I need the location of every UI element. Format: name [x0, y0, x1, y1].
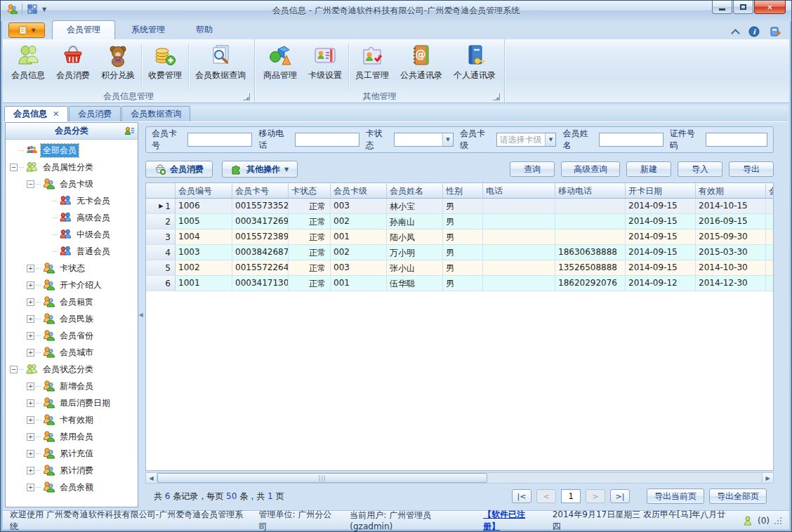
row-indicator-cell[interactable]: 3 [146, 230, 176, 244]
grid-cell[interactable] [766, 199, 774, 213]
grid-cell[interactable]: 2014-09-15 [626, 245, 696, 260]
combo-dropdown-icon[interactable]: ▼ [442, 133, 453, 146]
tree-plus-box[interactable]: + [27, 315, 34, 323]
points-exchange-button[interactable]: 积分兑换 [95, 41, 140, 90]
grid-row[interactable]: 210050003417269正常002孙南山男2014-09-152016-0… [146, 214, 774, 230]
tree-plus-box[interactable]: + [27, 484, 34, 491]
tree-item-6[interactable]: 中级会员 [6, 226, 138, 243]
ribbon-tab-1[interactable]: 会员管理 [52, 20, 115, 39]
grid-cell[interactable]: 2014-12-30 [696, 276, 766, 291]
ribbon-tab-3[interactable]: 帮助 [181, 20, 227, 39]
grid-cell[interactable]: 正常 [289, 260, 331, 275]
grid-cell[interactable]: 2016-09-15 [696, 214, 766, 229]
exit-icon[interactable] [770, 25, 782, 38]
grid-cell[interactable]: 1004 [176, 230, 232, 244]
grid-cell[interactable]: 2014-10-30 [696, 260, 766, 275]
grid-cell[interactable]: 003 [331, 199, 387, 213]
tree-plus-box[interactable]: + [27, 383, 34, 390]
grid-cell[interactable]: 2015-09-30 [696, 230, 766, 244]
doc-tab-2[interactable]: 会员消费 [69, 106, 121, 121]
grid-header-cell[interactable]: 会员卡级 [331, 183, 387, 198]
action-button-4[interactable]: 导入 [678, 161, 722, 177]
staff-mgmt-button[interactable]: 员工管理 [350, 41, 395, 90]
grid-cell[interactable]: 正常 [289, 230, 331, 244]
grid-cell[interactable]: 18620292076 [555, 276, 626, 291]
tree-item-15[interactable]: +新增会员 [6, 378, 138, 394]
tree-plus-box[interactable]: + [27, 349, 34, 357]
combo-dropdown-icon[interactable]: ▼ [545, 133, 555, 146]
first-page-button[interactable]: |< [512, 489, 532, 503]
tree-plus-box[interactable]: + [27, 298, 34, 306]
puzzle-toolbar-button[interactable]: 其他操作▼ [222, 161, 298, 178]
row-indicator-cell[interactable]: 4 [146, 245, 176, 260]
resize-grip[interactable] [774, 517, 782, 525]
grid-cell[interactable]: 001 [331, 276, 387, 291]
grid-cell[interactable]: 0015572264 [232, 260, 289, 275]
grid-cell[interactable]: 0015573352 [232, 199, 289, 213]
member-info-button[interactable]: 会员信息 [6, 41, 51, 90]
application-menu-button[interactable]: ▼ [8, 22, 45, 38]
grid-cell[interactable]: 男 [443, 230, 483, 244]
grid-header-cell[interactable]: 性别 [443, 183, 483, 198]
grid-cell[interactable]: 伍华聪 [387, 276, 443, 291]
grid-cell[interactable]: 男 [443, 199, 483, 213]
grid-row[interactable]: 510020015572264正常003张小山男135265088882014-… [146, 260, 774, 276]
qat-dropdown-caret[interactable]: ▼ [42, 6, 46, 13]
tree-plus-box[interactable]: + [27, 433, 34, 441]
basket-plus-toolbar-button[interactable]: 会员消费 [145, 161, 213, 178]
tree-minus-box[interactable]: − [27, 180, 34, 188]
grid-row[interactable]: 310040015572389正常001陆小凤男2014-09-152015-0… [146, 230, 774, 245]
product-mgmt-button[interactable]: 商品管理 [258, 41, 303, 90]
tree-item-4[interactable]: 无卡会员 [6, 192, 138, 209]
tree-plus-box[interactable]: + [27, 281, 34, 289]
close-button[interactable]: ✕ [754, 1, 786, 14]
search-input-6[interactable] [706, 133, 767, 147]
search-input-2[interactable] [295, 133, 359, 147]
tree-item-5[interactable]: 高级会员 [6, 209, 138, 226]
tree-item-11[interactable]: +会员民族 [6, 310, 138, 327]
grid-header-cell[interactable]: 会员 [766, 183, 774, 198]
grid-cell[interactable]: 男 [443, 276, 483, 291]
grid-cell[interactable]: 2014-09-15 [626, 230, 696, 244]
info-icon[interactable]: i [748, 26, 760, 37]
grid-header-cell[interactable]: 电话 [483, 183, 555, 198]
grid-cell[interactable] [483, 214, 555, 229]
doc-tab-3[interactable]: 会员数据查询 [121, 106, 190, 121]
grid-cell[interactable]: 0003842687 [232, 245, 289, 260]
tree-plus-box[interactable]: + [27, 399, 34, 407]
tree-item-14[interactable]: −会员状态分类 [6, 361, 138, 378]
tree-item-10[interactable]: +会员籍贯 [6, 293, 138, 310]
tree-item-9[interactable]: +开卡介绍人 [6, 277, 138, 293]
grid-cell[interactable]: 13526508888 [555, 260, 626, 275]
grid-cell[interactable]: 003 [331, 260, 387, 275]
grid-cell[interactable]: 张小山 [387, 260, 443, 275]
grid-cell[interactable]: 林小宝 [387, 199, 443, 213]
tree-item-21[interactable]: +会员余额 [6, 479, 138, 496]
grid-header-cell[interactable] [146, 183, 176, 198]
grid-header-cell[interactable]: 移动电话 [555, 183, 626, 198]
grid-cell[interactable]: 2014-09-12 [626, 276, 696, 291]
grid-cell[interactable]: 1006 [176, 199, 232, 213]
member-consume-button[interactable]: 会员消费 [51, 41, 95, 90]
tree-item-3[interactable]: −会员卡级 [6, 175, 138, 192]
grid-cell[interactable] [483, 199, 555, 213]
action-button-1[interactable]: 查询 [510, 161, 555, 177]
grid-cell[interactable] [766, 230, 774, 244]
grid-cell[interactable]: 正常 [289, 214, 331, 229]
row-indicator-cell[interactable]: ▶1 [146, 199, 176, 213]
tree-item-8[interactable]: +卡状态 [6, 260, 138, 277]
grid-cell[interactable]: 1005 [176, 214, 232, 229]
row-indicator-cell[interactable]: 5 [146, 260, 176, 275]
tree-item-20[interactable]: +累计消费 [6, 462, 138, 479]
tree-plus-box[interactable]: + [27, 265, 34, 272]
grid-cell[interactable]: 002 [331, 214, 387, 229]
ribbon-tab-2[interactable]: 系统管理 [117, 20, 180, 39]
grid-cell[interactable]: 0003417269 [232, 214, 289, 229]
page-number-input[interactable] [561, 489, 581, 503]
maximize-button[interactable] [733, 1, 753, 14]
tree-minus-box[interactable]: − [10, 366, 18, 373]
grid-cell[interactable]: 001 [331, 230, 387, 244]
grid-header-cell[interactable]: 会员姓名 [387, 183, 443, 198]
grid-cell[interactable] [483, 245, 555, 260]
grid-row[interactable]: 610010003417130正常001伍华聪男186202920762014-… [146, 276, 774, 291]
